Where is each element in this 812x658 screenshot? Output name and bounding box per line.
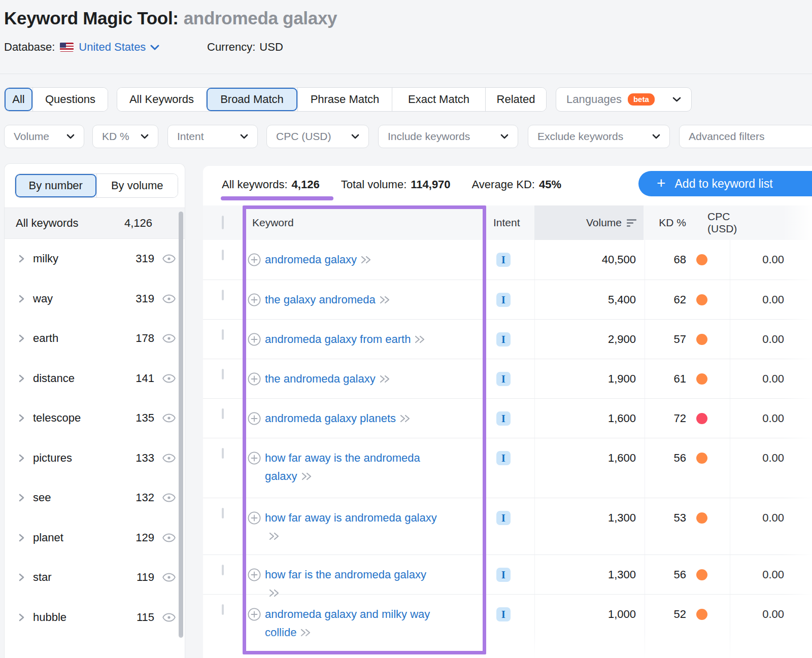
group-item-distance[interactable]: distance141 — [5, 359, 185, 399]
row-checkbox[interactable] — [222, 369, 224, 379]
expand-keyword-icon[interactable] — [360, 251, 371, 269]
include-keywords-dropdown[interactable]: Include keywords — [378, 125, 518, 148]
group-item-see[interactable]: see132 — [5, 478, 185, 518]
kd-value: 56 — [674, 449, 686, 467]
eye-icon[interactable] — [162, 454, 176, 463]
kd-filter-dropdown[interactable]: KD % — [92, 125, 158, 148]
tab-phrase-match[interactable]: Phrase Match — [297, 88, 392, 111]
eye-icon[interactable] — [162, 413, 176, 423]
kd-value: 56 — [674, 566, 686, 584]
keyword-link[interactable]: andromeda galaxy planets — [265, 412, 396, 425]
toggle-by-volume[interactable]: By volume — [96, 174, 178, 197]
keyword-link[interactable]: andromeda galaxy — [265, 253, 357, 266]
group-item-star[interactable]: star119 — [5, 558, 185, 598]
kd-difficulty-dot — [696, 373, 707, 385]
keyword-link[interactable]: andromeda galaxy from earth — [265, 333, 411, 345]
kd-value: 61 — [674, 370, 686, 388]
keyword-link[interactable]: the andromeda galaxy — [265, 372, 376, 385]
add-keyword-icon[interactable] — [248, 452, 261, 470]
expand-keyword-icon[interactable] — [268, 584, 280, 603]
group-item-telescope[interactable]: telescope135 — [5, 398, 185, 438]
eye-icon[interactable] — [162, 533, 176, 542]
advanced-filters-button[interactable]: Advanced filters — [679, 125, 812, 148]
row-checkbox[interactable] — [222, 290, 224, 300]
table-row: how far away is the andromeda galaxy I 1… — [203, 438, 812, 498]
eye-icon[interactable] — [162, 573, 176, 582]
add-keyword-icon[interactable] — [248, 372, 261, 391]
add-keyword-icon[interactable] — [248, 412, 261, 431]
languages-label: Languages — [566, 93, 622, 106]
add-keyword-icon[interactable] — [248, 333, 261, 352]
add-keyword-icon[interactable] — [248, 511, 261, 530]
cpc-filter-dropdown[interactable]: CPC (USD) — [266, 125, 369, 148]
eye-icon[interactable] — [162, 294, 176, 303]
expand-keyword-icon[interactable] — [379, 370, 390, 389]
group-item-way[interactable]: way319 — [5, 279, 185, 319]
currency-value: USD — [259, 41, 283, 53]
eye-icon[interactable] — [162, 254, 176, 263]
tab-exact-match[interactable]: Exact Match — [392, 88, 485, 111]
expand-keyword-icon[interactable] — [379, 291, 390, 309]
row-checkbox[interactable] — [222, 565, 224, 575]
add-keyword-icon[interactable] — [248, 253, 261, 272]
group-item-earth[interactable]: earth178 — [5, 319, 185, 359]
keyword-link[interactable]: andromeda galaxy and milky way collide — [265, 608, 430, 639]
select-all-checkbox[interactable] — [222, 216, 224, 229]
tab-questions[interactable]: Questions — [32, 88, 108, 111]
eye-icon[interactable] — [162, 374, 176, 383]
sidebar-scrollbar[interactable] — [179, 212, 183, 638]
cpc-value: 0.00 — [707, 409, 784, 428]
table-row: the galaxy andromeda I 5,400 62 0.00 — [203, 280, 812, 319]
toggle-by-number[interactable]: By number — [15, 174, 96, 197]
kd-value: 57 — [674, 330, 686, 349]
database-label: Database: — [4, 41, 55, 54]
intent-column-header[interactable]: Intent — [452, 217, 513, 229]
add-to-keyword-list-button[interactable]: + Add to keyword list — [638, 171, 812, 196]
row-checkbox[interactable] — [222, 604, 224, 615]
keyword-link[interactable]: how far is the andromeda galaxy — [265, 568, 426, 581]
tab-broad-match[interactable]: Broad Match — [206, 88, 297, 111]
volume-column-header[interactable]: Volume — [534, 205, 644, 240]
add-keyword-icon[interactable] — [248, 608, 261, 627]
group-item-planet[interactable]: planet129 — [5, 518, 185, 558]
languages-dropdown[interactable]: Languages beta — [556, 87, 692, 112]
row-checkbox[interactable] — [222, 329, 224, 340]
sort-descending-icon[interactable] — [627, 219, 636, 227]
keyword-link[interactable]: how far away is andromeda galaxy — [265, 511, 437, 524]
tab-all[interactable]: All — [5, 88, 32, 111]
cpc-column-header[interactable]: CPC (USD) — [686, 211, 760, 235]
expand-keyword-icon[interactable] — [399, 410, 411, 428]
group-item-milky[interactable]: milky319 — [5, 239, 185, 279]
expand-keyword-icon[interactable] — [300, 624, 311, 642]
chevron-down-icon — [351, 134, 359, 139]
volume-filter-dropdown[interactable]: Volume — [4, 125, 84, 148]
eye-icon[interactable] — [162, 493, 176, 502]
eye-icon[interactable] — [162, 613, 176, 622]
row-checkbox[interactable] — [222, 448, 224, 459]
expand-keyword-icon[interactable] — [268, 528, 280, 546]
tab-related[interactable]: Related — [485, 88, 546, 111]
row-checkbox[interactable] — [222, 250, 224, 260]
expand-keyword-icon[interactable] — [301, 468, 312, 486]
keyword-link[interactable]: the galaxy andromeda — [265, 293, 376, 306]
group-item-pictures[interactable]: pictures133 — [5, 438, 185, 478]
eye-icon[interactable] — [162, 334, 176, 343]
keyword-rows: andromeda galaxy I 40,500 68 0.00 the ga… — [203, 240, 812, 642]
chevron-right-icon — [18, 493, 25, 502]
sidebar-header[interactable]: All keywords 4,126 — [5, 207, 185, 239]
chevron-right-icon — [18, 533, 25, 542]
tab-all-keywords[interactable]: All Keywords — [117, 88, 206, 111]
keyword-column-header[interactable]: Keyword — [236, 217, 452, 229]
add-keyword-icon[interactable] — [248, 293, 261, 312]
exclude-keywords-dropdown[interactable]: Exclude keywords — [528, 125, 670, 148]
group-item-hubble[interactable]: hubble115 — [5, 598, 185, 638]
kd-value: 52 — [674, 605, 686, 624]
keyword-link[interactable]: how far away is the andromeda galaxy — [265, 452, 420, 482]
sidebar-sort-toggle: By number By volume — [15, 174, 178, 198]
add-keyword-icon[interactable] — [248, 568, 261, 587]
database-select[interactable]: United States — [79, 41, 159, 54]
intent-filter-dropdown[interactable]: Intent — [167, 125, 258, 148]
row-checkbox[interactable] — [222, 508, 224, 518]
row-checkbox[interactable] — [222, 408, 224, 419]
expand-keyword-icon[interactable] — [414, 331, 425, 349]
